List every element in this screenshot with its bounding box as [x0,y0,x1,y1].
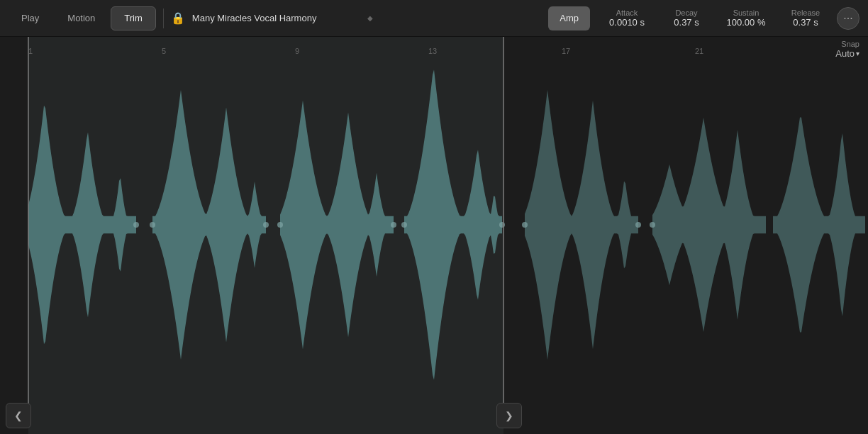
more-button[interactable]: ··· [837,7,859,30]
waveform-container[interactable]: 159131721 ❮ ❯ [0,37,868,434]
attack-value[interactable]: 0.0010 s [609,17,645,28]
decay-label: Decay [675,9,697,17]
waveform-display [0,37,868,434]
ruler-mark: 21 [695,47,703,55]
amp-button[interactable]: Amp [548,6,590,30]
ruler-mark: 5 [162,47,166,55]
sustain-param: Sustain 100.00 % [725,9,767,28]
svg-point-3 [150,222,155,228]
play-tab[interactable]: Play [9,6,52,30]
attack-label: Attack [616,9,638,17]
svg-point-8 [499,222,505,228]
snap-chevron-icon: ▾ [856,50,859,57]
snap-area: Snap Auto ▾ [835,40,859,59]
snap-label: Snap [841,40,859,48]
toolbar-divider [163,9,164,28]
decay-value[interactable]: 0.37 s [674,17,699,28]
lock-icon: 🔒 [171,11,185,25]
svg-point-11 [650,222,655,228]
svg-point-6 [391,222,396,228]
nav-right-button[interactable]: ❯ [496,403,522,428]
motion-tab[interactable]: Motion [55,6,108,30]
ruler-mark: 13 [428,47,437,55]
svg-point-10 [635,222,641,228]
sustain-label: Sustain [733,9,760,17]
track-name: Many Miracles Vocal Harmony [192,13,362,23]
svg-point-7 [401,222,407,228]
svg-point-2 [133,222,139,228]
svg-point-9 [522,222,528,228]
ruler-mark: 9 [295,47,299,55]
nav-left-button[interactable]: ❮ [6,403,31,428]
release-param: Release 0.37 s [784,9,827,28]
release-label: Release [791,9,820,17]
ruler-mark: 17 [562,47,570,55]
svg-point-5 [277,222,283,228]
toolbar: Play Motion Trim 🔒 Many Miracles Vocal H… [0,0,868,37]
ruler-mark: 1 [28,47,33,55]
trim-tab[interactable]: Trim [111,6,156,30]
svg-point-4 [263,222,269,228]
sustain-value[interactable]: 100.00 % [727,17,766,28]
attack-param: Attack 0.0010 s [606,9,648,28]
snap-value[interactable]: Auto ▾ [835,48,859,59]
release-value[interactable]: 0.37 s [793,17,818,28]
decay-param: Decay 0.37 s [665,9,708,28]
ruler: 159131721 [0,37,868,58]
snap-value-text: Auto [835,48,855,59]
diamond-icon: ◆ [367,14,373,22]
